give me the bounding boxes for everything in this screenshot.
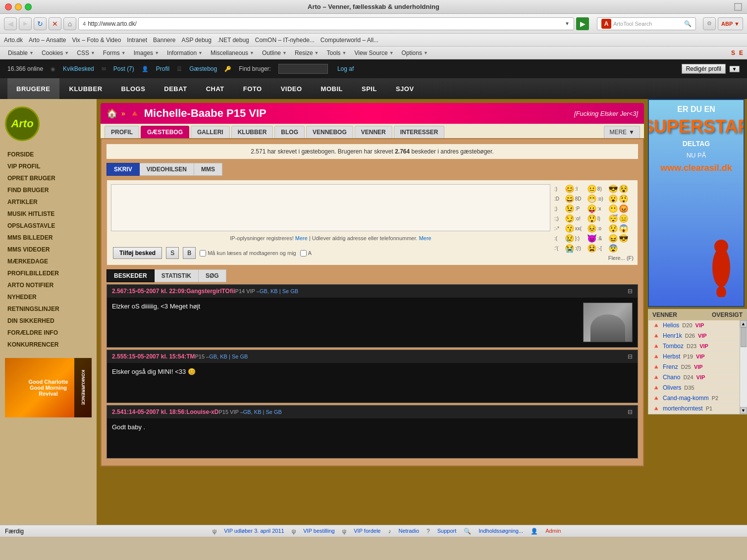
private-checkbox[interactable] <box>200 250 206 256</box>
nav-sjov[interactable]: SJOV <box>387 78 423 99</box>
webdev-miscellaneous[interactable]: Miscellaneous▼ <box>207 47 258 59</box>
tab-vennebog[interactable]: VENNEBOG <box>306 126 353 138</box>
kvikbesked-link[interactable]: KvikBesked <box>63 65 94 72</box>
gb-link-2[interactable]: GB <box>209 354 217 359</box>
forward-button[interactable]: ▶ <box>19 17 32 30</box>
webdev-information[interactable]: Information▼ <box>163 47 207 59</box>
privacy-mere-link[interactable]: Mere <box>419 235 431 241</box>
emoji-sad[interactable]: 😢 <box>565 234 575 243</box>
tab-more[interactable]: MERE ▼ <box>604 126 640 138</box>
bookmark-arto-ansatte[interactable]: Arto – Ansatte <box>29 37 66 44</box>
friend-item-cand[interactable]: 🔺 Cand-mag-komm P2 <box>648 393 740 404</box>
sidebar-mms-billeder[interactable]: MMS BILLEDER <box>0 232 97 244</box>
vip-bestilling-link[interactable]: VIP bestilling <box>303 528 334 535</box>
gb-link-3[interactable]: GB <box>243 409 251 415</box>
message-links-2[interactable]: GB, KB | Se GB <box>209 354 248 359</box>
reload-button[interactable]: ↻ <box>34 17 47 30</box>
tab-galleri[interactable]: GALLERI <box>191 126 230 138</box>
tab-blog[interactable]: BLOG <box>274 126 305 138</box>
emoji-sick[interactable]: 😖 <box>608 234 618 243</box>
log-af-link[interactable]: Log af <box>337 65 354 72</box>
rediger-profil-button[interactable]: Redigér profil <box>682 64 726 74</box>
webdev-resize[interactable]: Resize▼ <box>291 47 323 59</box>
friend-name-henr1k[interactable]: Henr1k <box>663 332 682 339</box>
sidebar-opslagstavle[interactable]: OPSLAGSTAVLE <box>0 220 97 232</box>
emoji-shock[interactable]: 😲 <box>587 214 597 223</box>
friends-oversigt[interactable]: OVERSIGT <box>707 309 747 320</box>
webdev-cookies[interactable]: Cookies▼ <box>38 47 73 59</box>
emoji-angry[interactable]: 😡 <box>619 204 634 213</box>
kb-link-1[interactable]: KB <box>270 288 278 294</box>
nav-brugere[interactable]: BRUGERE <box>7 78 59 99</box>
gb-link-1[interactable]: GB <box>260 288 267 294</box>
sidebar-mms-videoer[interactable]: MMS VIDEOER <box>0 244 97 255</box>
webdev-css[interactable]: CSS▼ <box>73 47 99 59</box>
more-emojis-link[interactable]: Flere... (F) <box>554 255 634 261</box>
nav-debat[interactable]: DEBAT <box>155 78 196 99</box>
adblock-button[interactable]: ABP ▼ <box>718 17 743 30</box>
sidebar-find[interactable]: FIND BRUGER <box>0 184 97 196</box>
private-checkbox-label[interactable]: Må kun læses af modtageren og mig <box>200 250 296 256</box>
italic-button[interactable]: S <box>166 247 179 259</box>
vip-udlober-link[interactable]: VIP udløber 3. april 2011 <box>224 528 284 535</box>
webdev-disable[interactable]: Disable▼ <box>4 47 38 59</box>
bookmark-asp[interactable]: ASP debug <box>181 37 212 44</box>
emoji-gasp[interactable]: 😲 <box>619 194 634 204</box>
bookmark-comon[interactable]: ComON – IT-nyhede... <box>255 37 315 44</box>
friend-item-chano[interactable]: 🔺 Chano D24 VIP <box>648 372 740 383</box>
emoji-smile[interactable]: 😊 <box>565 184 575 194</box>
minimize-button[interactable] <box>15 3 22 10</box>
sidebar-retningslinjer[interactable]: RETNINGSLINJER <box>0 303 97 315</box>
sidebar-vip[interactable]: VIP PROFIL <box>0 160 97 172</box>
write-tab-mms[interactable]: MMS <box>194 163 222 176</box>
friend-name-frenz[interactable]: Frenz <box>663 363 678 370</box>
emoji-cool[interactable]: 😎 <box>608 184 618 194</box>
bookmark-intranet[interactable]: Intranet <box>127 37 147 44</box>
message-textarea[interactable] <box>111 184 550 231</box>
emoji-fearful[interactable]: 😨 <box>608 244 618 253</box>
a-checkbox[interactable] <box>300 250 307 256</box>
nav-mobil[interactable]: MOBIL <box>312 78 352 99</box>
emoji-glasses2[interactable]: 😎 <box>619 234 634 243</box>
fold-button-2[interactable]: ⊟ <box>628 353 633 360</box>
arto-logo[interactable]: Arto <box>5 106 40 141</box>
emoji-smirk[interactable]: 😏 <box>565 214 575 223</box>
sidebar-opret[interactable]: OPRET BRUGER <box>0 172 97 184</box>
fold-button-1[interactable]: ⊟ <box>628 288 633 295</box>
scroll-up-button[interactable]: ▲ <box>740 320 747 327</box>
rediger-dropdown[interactable]: ▼ <box>730 66 740 72</box>
friend-name-olivers[interactable]: Olivers <box>663 384 681 391</box>
sidebar-ad[interactable]: Good CharlotteGood MorningRevival KONKUR… <box>5 358 92 417</box>
emoji-grin[interactable]: 😄 <box>565 194 575 204</box>
emoji-silent[interactable]: 😶 <box>608 204 618 213</box>
sidebar-nyheder[interactable]: NYHEDER <box>0 291 97 303</box>
message-author-3[interactable]: Loouise-xD <box>186 408 218 415</box>
write-tab-skriv[interactable]: SKRIV <box>107 163 140 176</box>
url-bar[interactable]: 4 http://www.arto.dk/ ▼ <box>78 17 574 30</box>
friend-item-olivers[interactable]: 🔺 Olivers D35 <box>648 383 740 393</box>
nav-foto[interactable]: FOTO <box>234 78 271 99</box>
bold-button[interactable]: B <box>183 247 196 259</box>
webdev-tools[interactable]: Tools▼ <box>323 47 351 59</box>
bookmark-vix[interactable]: Vix – Foto & Video <box>72 37 121 44</box>
window-controls[interactable] <box>5 3 32 10</box>
post-link[interactable]: Post (7) <box>113 65 134 72</box>
profil-link[interactable]: Profil <box>156 65 169 72</box>
emoji-scared[interactable]: 😱 <box>619 224 634 233</box>
indholdssogning-link[interactable]: Indholdssøgning... <box>479 528 523 535</box>
messages-tab-statistik[interactable]: STATISTIK <box>155 269 199 282</box>
emoji-dizzy[interactable]: 😵 <box>619 184 634 194</box>
admin-link[interactable]: Admin <box>545 528 561 535</box>
add-message-button[interactable]: Tilføj besked <box>113 247 162 259</box>
nav-spil[interactable]: SPIL <box>353 78 386 99</box>
friend-name-herbst[interactable]: Herbst <box>663 353 680 360</box>
search-bar[interactable]: A ArtoTool Search 🔍 <box>597 17 696 30</box>
webdev-images[interactable]: Images▼ <box>130 47 163 59</box>
friend-name-cand[interactable]: Cand-mag-komm <box>663 395 709 402</box>
stop-button[interactable]: ✕ <box>49 17 61 30</box>
messages-tab-beskeder[interactable]: BESKEDER <box>107 269 155 282</box>
emoji-sad2[interactable]: 😣 <box>587 224 597 233</box>
tab-gaestebog[interactable]: GÆSTEBOG <box>141 126 189 138</box>
emoji-cry[interactable]: 😭 <box>565 244 575 253</box>
emoji-devil[interactable]: 😈 <box>587 234 597 243</box>
